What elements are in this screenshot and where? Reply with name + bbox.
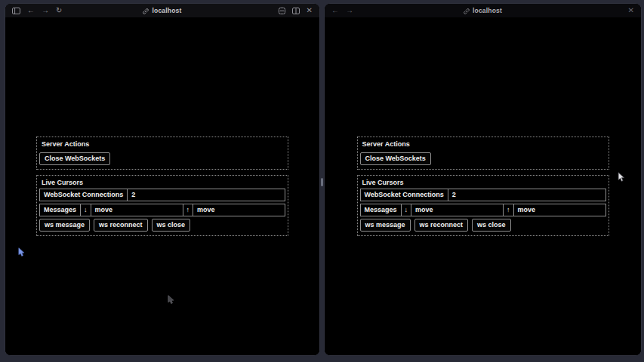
- live-cursors-title: Live Cursors: [42, 179, 285, 186]
- url-title: localhost: [473, 7, 502, 14]
- messages-row: Messages ↓ move ↑ move: [360, 204, 606, 216]
- ws-reconnect-button[interactable]: ws reconnect: [414, 219, 469, 232]
- ws-close-button[interactable]: ws close: [152, 219, 191, 232]
- tab-overview-icon[interactable]: [279, 8, 285, 14]
- titlebar: ← → ↻ localhost: [5, 4, 319, 17]
- controls-panel: Server Actions Close WebSockets Live Cur…: [36, 137, 288, 236]
- back-icon[interactable]: ←: [331, 7, 339, 14]
- connections-label: WebSocket Connections: [361, 189, 448, 201]
- forward-icon[interactable]: →: [42, 7, 49, 14]
- ws-message-button[interactable]: ws message: [39, 219, 90, 232]
- incoming-message-value: move: [514, 204, 605, 216]
- window-resize-handle[interactable]: [321, 178, 323, 186]
- link-icon: [143, 4, 149, 17]
- ws-buttons-row: ws message ws reconnect ws close: [360, 219, 606, 232]
- live-cursors-group: Live Cursors WebSocket Connections 2 Mes…: [36, 175, 288, 236]
- messages-label: Messages: [40, 204, 81, 216]
- browser-window-right: ← → localhost ✕ Server Actions Close Web…: [324, 3, 642, 356]
- incoming-arrow-icon: ↑: [504, 204, 514, 216]
- sidebar-toggle-icon[interactable]: [12, 8, 20, 14]
- connections-row: WebSocket Connections 2: [360, 189, 606, 201]
- connections-value: 2: [448, 189, 605, 201]
- incoming-message-value: move: [193, 204, 285, 216]
- messages-row: Messages ↓ move ↑ move: [39, 204, 285, 216]
- forward-icon[interactable]: →: [346, 7, 353, 14]
- server-actions-group: Server Actions Close WebSockets: [36, 137, 288, 170]
- live-cursors-group: Live Cursors WebSocket Connections 2 Mes…: [357, 175, 609, 236]
- connections-label: WebSocket Connections: [40, 189, 128, 201]
- server-actions-title: Server Actions: [362, 140, 606, 148]
- url-title: localhost: [152, 7, 181, 14]
- messages-label: Messages: [361, 204, 402, 216]
- ws-reconnect-button[interactable]: ws reconnect: [94, 219, 148, 232]
- connections-value: 2: [128, 189, 285, 201]
- ws-close-button[interactable]: ws close: [472, 219, 511, 232]
- ws-message-button[interactable]: ws message: [360, 219, 411, 232]
- page-content: Server Actions Close WebSockets Live Cur…: [5, 17, 319, 355]
- close-window-icon[interactable]: ✕: [628, 7, 634, 14]
- close-websockets-button[interactable]: Close WebSockets: [360, 152, 431, 165]
- browser-window-left: ← → ↻ localhost: [5, 3, 320, 356]
- outgoing-message-value: move: [411, 204, 504, 216]
- outgoing-message-value: move: [91, 204, 183, 216]
- connections-row: WebSocket Connections 2: [39, 189, 285, 201]
- reload-icon[interactable]: ↻: [56, 7, 62, 14]
- controls-panel: Server Actions Close WebSockets Live Cur…: [357, 137, 609, 236]
- incoming-arrow-icon: ↑: [183, 204, 194, 216]
- split-view-icon[interactable]: [292, 8, 300, 14]
- server-actions-title: Server Actions: [42, 140, 285, 148]
- server-actions-group: Server Actions Close WebSockets: [357, 137, 609, 170]
- live-cursors-title: Live Cursors: [362, 179, 606, 186]
- close-websockets-button[interactable]: Close WebSockets: [39, 152, 110, 165]
- close-window-icon[interactable]: ✕: [307, 7, 313, 14]
- ws-buttons-row: ws message ws reconnect ws close: [39, 219, 285, 232]
- outgoing-arrow-icon: ↓: [402, 204, 412, 216]
- titlebar: ← → localhost ✕: [325, 4, 641, 17]
- address-display: localhost: [325, 4, 641, 17]
- link-icon: [464, 4, 470, 17]
- outgoing-arrow-icon: ↓: [81, 204, 91, 216]
- page-content: Server Actions Close WebSockets Live Cur…: [325, 17, 641, 355]
- back-icon[interactable]: ←: [27, 7, 35, 14]
